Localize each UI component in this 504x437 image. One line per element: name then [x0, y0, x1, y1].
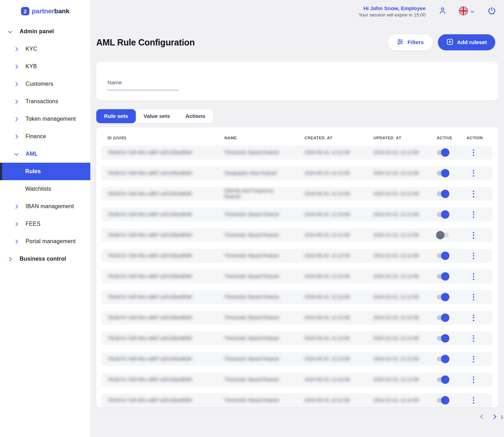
add-ruleset-button[interactable]: Add ruleset — [438, 34, 495, 50]
active-toggle[interactable] — [437, 315, 449, 320]
table-row: 7819e7e-7a0f-4fcc-a987-a20135ee80d0 Thre… — [101, 311, 492, 325]
sidebar-item-business-control[interactable]: Business control — [0, 250, 90, 268]
active-toggle[interactable] — [437, 212, 449, 217]
chevron-right-icon — [14, 48, 18, 51]
active-toggle[interactable] — [437, 150, 449, 155]
row-actions-menu-button[interactable] — [473, 397, 474, 404]
active-toggle[interactable] — [437, 398, 449, 403]
chevron-right-icon — [14, 65, 18, 68]
sidebar-item-label: IBAN management — [26, 203, 74, 210]
sidebar-item-aml[interactable]: AML — [0, 145, 90, 163]
active-toggle[interactable] — [437, 253, 449, 258]
active-toggle[interactable] — [437, 377, 449, 382]
ruleset-name: Threshold- Based Ruleset — [224, 315, 304, 321]
active-toggle[interactable] — [437, 191, 449, 196]
toggle-knob — [441, 148, 449, 157]
ruleset-updated-at: 2024-10-15, 12:12:08 — [373, 253, 437, 259]
filters-button-label: Filters — [407, 39, 424, 45]
ruleset-id: 7819e7e-7a0f-4fcc-a987-a20135ee80d0 — [107, 274, 224, 280]
sidebar-item-portal-management[interactable]: Portal management — [0, 233, 90, 250]
page-actions: Filters Add ruleset — [387, 34, 495, 50]
table-row: 7819e7e-7a0f-4fcc-a987-a20135ee80d0 Thre… — [101, 290, 492, 304]
row-actions-menu-button[interactable] — [473, 211, 474, 218]
sidebar-item-label: KYC — [26, 46, 37, 52]
sidebar-item-rules[interactable]: Rules — [0, 163, 90, 180]
chevron-down-icon — [14, 153, 18, 156]
table-row: 7819e7e-7a0f-4fcc-a987-a20135ee80d0 Thre… — [101, 269, 492, 283]
sidebar-item-token-management[interactable]: Token management — [0, 110, 90, 128]
user-icon — [438, 6, 447, 16]
name-filter-card — [96, 62, 498, 100]
tab-rule-sets[interactable]: Rule sets — [96, 109, 136, 123]
brand-name: partnerbank — [32, 7, 70, 15]
ruleset-id: 7819e7e-7a0f-4fcc-a987-a20135ee80d0 — [107, 294, 224, 300]
ruleset-created-at: 2024-09-15, 12:12:08 — [304, 294, 373, 300]
sidebar-item-label: FEES — [26, 221, 41, 227]
active-toggle[interactable] — [437, 171, 449, 176]
row-actions-menu-button[interactable] — [473, 376, 474, 383]
chevron-down-icon — [470, 9, 473, 14]
sidebar-item-transactions[interactable]: Transactions — [0, 93, 90, 110]
ruleset-updated-at: 2024-10-15, 12:12:08 — [373, 191, 437, 197]
ruleset-id: 7819e7e-7a0f-4fcc-a987-a20135ee80d0 — [107, 212, 224, 218]
ruleset-name: Threshold- Based Ruleset — [224, 212, 304, 218]
toggle-knob — [441, 252, 449, 260]
sidebar-item-label: KYB — [26, 63, 37, 70]
column-header-name: NAME — [224, 136, 304, 140]
row-actions-menu-button[interactable] — [473, 273, 474, 280]
ruleset-name: Threshold- Based Ruleset — [224, 232, 304, 238]
pagination-next-icon[interactable] — [491, 414, 496, 419]
table-header-row: ID (UUID) NAME CREATED_AT UPDATED_AT ACT… — [101, 134, 492, 141]
sidebar-item-kyb[interactable]: KYB — [0, 58, 90, 75]
active-toggle[interactable] — [437, 233, 449, 238]
row-actions-menu-button[interactable] — [473, 232, 474, 239]
ruleset-created-at: 2024-09-15, 12:12:08 — [304, 336, 373, 341]
table-row: 7819e7e-7a0f-4fcc-a987-a20135ee80d0 Velo… — [101, 187, 492, 201]
sidebar-item-finance[interactable]: Finance — [0, 128, 90, 145]
logout-button[interactable] — [487, 6, 496, 16]
ruleset-updated-at: 2024-10-15, 12:12:08 — [373, 336, 437, 341]
sidebar-item-label: AML — [26, 151, 38, 157]
chevron-right-icon — [14, 205, 18, 208]
row-actions-menu-button[interactable] — [473, 335, 474, 342]
name-filter-input[interactable] — [107, 79, 179, 90]
sidebar-item-kyc[interactable]: KYC — [0, 40, 90, 58]
sidebar-item-fees[interactable]: FEES — [0, 215, 90, 233]
row-actions-menu-button[interactable] — [473, 170, 474, 177]
sidebar-item-admin-panel[interactable]: Admin panel — [0, 23, 90, 40]
chevron-right-icon — [14, 135, 18, 138]
active-toggle[interactable] — [437, 274, 449, 279]
add-ruleset-button-label: Add ruleset — [457, 39, 487, 45]
language-selector[interactable] — [459, 6, 473, 16]
row-actions-menu-button[interactable] — [473, 191, 474, 197]
table-row: 7819e7e-7a0f-4fcc-a987-a20135ee80d0 Thre… — [101, 249, 492, 263]
active-toggle[interactable] — [437, 357, 449, 361]
row-actions-menu-button[interactable] — [473, 253, 474, 259]
toggle-knob — [441, 396, 449, 404]
filters-button[interactable]: Filters — [387, 34, 433, 50]
row-actions-menu-button[interactable] — [473, 315, 474, 321]
brand-name-primary: partner — [32, 7, 54, 15]
brand-logo-icon: 2 — [21, 7, 29, 15]
row-actions-menu-button[interactable] — [473, 294, 474, 301]
tab-value-sets[interactable]: Value sets — [136, 109, 178, 123]
active-toggle[interactable] — [437, 336, 449, 341]
profile-button[interactable] — [438, 6, 447, 16]
sidebar-item-label: Rules — [25, 168, 41, 175]
ruleset-name: Threshold- Based Ruleset — [224, 336, 304, 341]
ruleset-updated-at: 2024-10-15, 12:12:08 — [373, 397, 437, 403]
pagination-prev-icon[interactable] — [480, 414, 485, 419]
ruleset-updated-at: 2024-10-15, 12:12:08 — [373, 274, 437, 280]
sidebar-item-iban-management[interactable]: IBAN management — [0, 198, 90, 215]
toggle-knob — [441, 272, 449, 281]
row-actions-menu-button[interactable] — [473, 356, 474, 362]
row-actions-menu-button[interactable] — [473, 149, 474, 156]
sidebar-item-label: Customers — [26, 81, 53, 87]
sidebar-item-customers[interactable]: Customers — [0, 75, 90, 93]
column-header-active: ACTIVE — [437, 136, 467, 140]
ruleset-name: Threshold- Based Ruleset — [224, 253, 304, 259]
tab-actions[interactable]: Actions — [178, 109, 213, 123]
active-toggle[interactable] — [437, 295, 449, 299]
table-row: 7819e7e-7a0f-4fcc-a987-a20135ee80d0 Geog… — [101, 166, 492, 180]
sidebar-item-watchlists[interactable]: Watchlists — [0, 180, 90, 198]
